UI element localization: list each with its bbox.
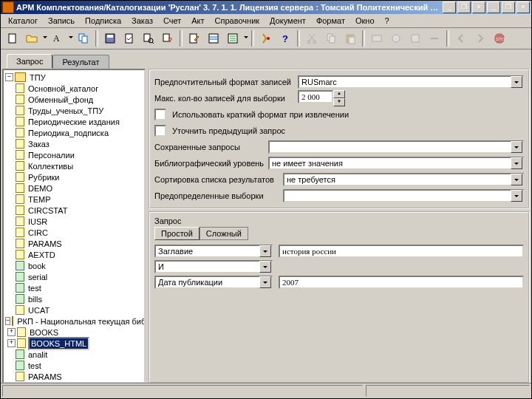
tree-item[interactable]: PARAMS (5, 238, 143, 249)
tree-item[interactable]: Рубрики (5, 171, 143, 183)
tree-item[interactable]: test (5, 360, 143, 371)
help-button[interactable]: ? (276, 30, 294, 47)
value1-input[interactable] (279, 245, 524, 258)
tree-item[interactable]: CIRCSTAT (5, 205, 143, 216)
tab-request[interactable]: Запрос (7, 54, 52, 68)
child-close-button[interactable]: × (516, 1, 530, 13)
minimize-button[interactable]: _ (443, 1, 456, 13)
max-records-spinner[interactable]: ▲▼ (298, 90, 345, 106)
sort-label: Сортировка списка результатов (154, 175, 280, 184)
spin-down[interactable]: ▼ (333, 98, 345, 106)
tree-item[interactable]: DEMO (5, 183, 143, 194)
spin-up[interactable]: ▲ (333, 90, 345, 98)
find-button[interactable] (140, 30, 157, 47)
tree-item[interactable]: Обменный_фонд (5, 94, 143, 105)
tree-item[interactable]: Основной_каталог (5, 83, 143, 94)
tree-item[interactable]: IUSR (5, 216, 143, 227)
biblio-level-select[interactable]: не имеет значения (268, 157, 524, 170)
dropdown-icon (511, 174, 522, 185)
script-button[interactable] (120, 30, 138, 47)
menu-help[interactable]: ? (381, 15, 394, 27)
menu-record[interactable]: Запись (44, 15, 79, 27)
font-dropdown[interactable] (68, 30, 73, 47)
tree-item[interactable]: Персоналии (5, 149, 143, 160)
menu-reference[interactable]: Справочник (211, 15, 265, 27)
svg-rect-3 (82, 36, 87, 43)
max-records-input[interactable] (298, 90, 333, 103)
menu-order[interactable]: Заказ (127, 15, 157, 27)
menu-format[interactable]: Формат (312, 15, 349, 27)
tree-root-tpu[interactable]: −ТПУ (5, 72, 143, 83)
window-title: АРМ Комплектования/Каталогизации 'Руслан… (16, 3, 443, 12)
field1-select[interactable]: Заглавие (154, 245, 273, 258)
tree-item[interactable]: Периодические издания (5, 116, 143, 127)
tree-item[interactable]: Заказ (5, 138, 143, 149)
tree-item-selected[interactable]: +BOOKS_HTML (5, 338, 143, 349)
menu-subscription[interactable]: Подписка (81, 15, 126, 27)
field2-select[interactable]: Дата публикации (154, 276, 273, 289)
run-button[interactable] (257, 30, 275, 47)
form-button[interactable] (205, 30, 222, 47)
tree-item[interactable]: AEXTD (5, 249, 143, 260)
action2-button[interactable] (387, 30, 405, 47)
short-format-checkbox[interactable] (154, 109, 166, 120)
query-tab-complex[interactable]: Сложный (200, 227, 248, 240)
tree-root-rkp[interactable]: −РКП - Национальная текущая библиогр (5, 316, 143, 327)
svg-rect-5 (107, 35, 113, 38)
paste-button[interactable] (341, 30, 359, 47)
tree-item[interactable]: analit (5, 349, 143, 360)
restore-button[interactable]: ❐ (457, 1, 471, 13)
tree-item[interactable]: test (5, 282, 143, 293)
menu-window[interactable]: Окно (351, 15, 379, 27)
tree-item[interactable]: serial (5, 271, 143, 282)
tree-item[interactable]: CIRC (5, 227, 143, 238)
dropdown-icon (511, 76, 522, 88)
cut-button[interactable] (303, 30, 321, 47)
child-restore-button[interactable]: ❐ (502, 1, 515, 13)
menu-catalog[interactable]: Каталог (4, 15, 42, 27)
sort-select[interactable]: не требуется (283, 173, 524, 186)
tree-item[interactable]: Периодика_подписка (5, 127, 143, 138)
refine-prev-checkbox[interactable] (154, 125, 166, 137)
tree-item[interactable]: PARAMS (5, 371, 143, 382)
query-tab-simple[interactable]: Простой (154, 227, 200, 240)
tree-item[interactable]: Коллективы (5, 160, 143, 171)
tree-item[interactable]: book (5, 260, 143, 271)
tree-panel[interactable]: −ТПУ Основной_каталог Обменный_фонд Труд… (2, 69, 146, 383)
menu-invoice[interactable]: Счет (159, 15, 185, 27)
menu-act[interactable]: Акт (187, 15, 208, 27)
next-button[interactable] (471, 30, 489, 47)
prev-button[interactable] (452, 30, 470, 47)
new-button[interactable] (4, 30, 21, 47)
folder-dropdown[interactable] (42, 30, 47, 47)
svg-point-29 (392, 35, 400, 42)
operator-select[interactable]: И (154, 260, 273, 273)
pref-format-select[interactable]: RUSmarc (298, 75, 524, 89)
action1-button[interactable] (368, 30, 386, 47)
copy-button[interactable] (322, 30, 340, 47)
save-button[interactable] (101, 30, 119, 47)
tab-result[interactable]: Результат (52, 55, 109, 69)
value2-input[interactable] (279, 276, 524, 289)
menu-document[interactable]: Документ (265, 15, 310, 27)
list-button[interactable] (224, 30, 242, 47)
edit-button[interactable] (185, 30, 203, 47)
predef-select[interactable] (283, 189, 524, 202)
inspect-button[interactable]: ? (159, 30, 177, 47)
tree-item[interactable]: TEMP (5, 194, 143, 205)
font-button[interactable]: A (49, 30, 66, 47)
saved-queries-select[interactable] (268, 140, 524, 154)
doc-icon (16, 161, 24, 171)
tree-item[interactable]: UCAT (5, 304, 143, 316)
child-minimize-button[interactable]: _ (487, 1, 500, 13)
clone-button[interactable] (75, 30, 92, 47)
action4-button[interactable] (426, 30, 443, 47)
stop-button[interactable]: STOP (491, 30, 508, 47)
tree-item[interactable]: bills (5, 293, 143, 304)
list-dropdown[interactable] (243, 30, 248, 47)
svg-rect-0 (9, 34, 16, 43)
folder-button[interactable] (23, 30, 41, 47)
close-button[interactable]: × (472, 1, 485, 13)
tree-item[interactable]: Труды_ученых_ТПУ (5, 105, 143, 116)
action3-button[interactable] (406, 30, 424, 47)
